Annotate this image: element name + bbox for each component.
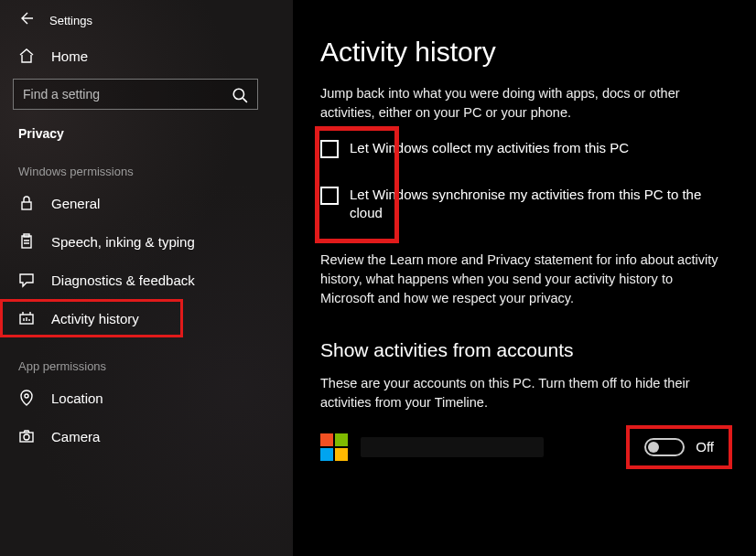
account-toggle[interactable]: Off xyxy=(630,429,729,465)
account-name xyxy=(361,437,544,457)
checkbox-label: Let Windows synchronise my activities fr… xyxy=(350,186,714,223)
location-icon xyxy=(18,390,35,406)
feedback-icon xyxy=(18,272,35,288)
sidebar-item-diagnostics[interactable]: Diagnostics & feedback xyxy=(0,261,293,299)
checkbox-icon[interactable] xyxy=(320,140,339,158)
sidebar-item-label: Activity history xyxy=(51,311,139,326)
svg-rect-1 xyxy=(22,202,31,209)
section-header-windows-permissions: Windows permissions xyxy=(0,155,293,184)
sidebar-item-label: Location xyxy=(51,390,103,406)
accounts-heading: Show activities from accounts xyxy=(320,339,729,361)
search-icon xyxy=(232,87,248,102)
sidebar-item-label: General xyxy=(51,196,100,211)
home-icon xyxy=(18,48,35,64)
lock-icon xyxy=(18,195,35,211)
checkbox-sync[interactable]: Let Windows synchronise my activities fr… xyxy=(320,186,714,223)
home-label: Home xyxy=(51,48,88,64)
page-description: Jump back into what you were doing with … xyxy=(320,84,723,123)
activity-history-icon xyxy=(18,310,35,326)
svg-point-0 xyxy=(233,89,243,99)
sidebar-item-general[interactable]: General xyxy=(0,184,293,222)
sidebar-item-home[interactable]: Home xyxy=(0,37,293,75)
sidebar-item-label: Camera xyxy=(51,429,100,444)
account-row: Off xyxy=(320,429,729,465)
clipboard-icon xyxy=(18,233,35,250)
checkbox-icon[interactable] xyxy=(320,187,339,205)
camera-icon xyxy=(18,428,35,444)
sidebar-item-label: Speech, inking & typing xyxy=(51,234,195,250)
sidebar: Settings Home Privacy Windows permission… xyxy=(0,0,293,556)
back-icon[interactable] xyxy=(18,11,33,29)
microsoft-logo-icon xyxy=(320,433,348,461)
sidebar-item-speech[interactable]: Speech, inking & typing xyxy=(0,222,293,261)
sidebar-item-label: Diagnostics & feedback xyxy=(51,273,195,288)
svg-point-7 xyxy=(24,434,29,440)
sidebar-item-camera[interactable]: Camera xyxy=(0,417,293,455)
review-text: Review the Learn more and Privacy statem… xyxy=(320,251,723,308)
toggle-state-label: Off xyxy=(696,439,714,454)
checkbox-label: Let Windows collect my activities from t… xyxy=(350,139,629,157)
svg-point-5 xyxy=(25,394,28,398)
search-field[interactable] xyxy=(23,87,232,102)
accounts-description: These are your accounts on this PC. Turn… xyxy=(320,374,723,412)
section-header-app-permissions: App permissions xyxy=(0,350,293,379)
sidebar-item-activity-history[interactable]: Activity history xyxy=(0,299,183,337)
search-input[interactable] xyxy=(13,79,258,110)
page-title: Activity history xyxy=(320,37,729,68)
toggle-switch[interactable] xyxy=(644,438,685,456)
checkbox-collect[interactable]: Let Windows collect my activities from t… xyxy=(320,139,714,158)
current-section: Privacy xyxy=(0,119,293,155)
svg-rect-2 xyxy=(22,236,31,248)
sidebar-item-location[interactable]: Location xyxy=(0,379,293,417)
main-content: Activity history Jump back into what you… xyxy=(293,0,756,556)
activity-checkboxes: Let Windows collect my activities from t… xyxy=(320,139,729,223)
title-bar: Settings xyxy=(0,0,293,37)
window-title: Settings xyxy=(49,14,92,27)
